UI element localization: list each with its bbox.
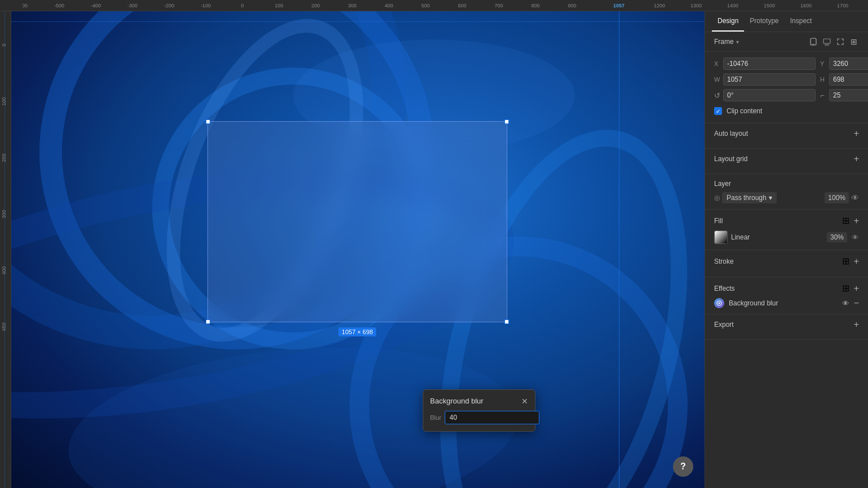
clip-content-label: Clip content bbox=[727, 107, 762, 115]
x-input[interactable] bbox=[723, 57, 816, 70]
stroke-icons: ⊞ + bbox=[842, 256, 859, 267]
ruler-tick: 1200 bbox=[654, 3, 665, 8]
frame-icon-desktop[interactable] bbox=[822, 37, 832, 47]
fill-visibility-toggle[interactable]: 👁 bbox=[852, 233, 859, 242]
w-input[interactable] bbox=[723, 73, 816, 86]
ruler-tick: 1300 bbox=[690, 3, 702, 8]
fill-grid-icon[interactable]: ⊞ bbox=[842, 215, 849, 226]
ruler-tick: -300 bbox=[127, 3, 138, 8]
clip-content-checkbox[interactable] bbox=[714, 107, 722, 115]
fill-add[interactable]: + bbox=[854, 216, 859, 225]
ruler-tick: -400 bbox=[91, 3, 101, 8]
canvas-area[interactable]: 1057 × 698 Background blur ✕ Blur ? bbox=[11, 11, 705, 488]
dimension-label: 1057 × 698 bbox=[338, 327, 376, 336]
handle-bottom-right[interactable] bbox=[504, 320, 509, 324]
bg-blur-header: Background blur ✕ bbox=[430, 397, 528, 405]
rotation-input[interactable] bbox=[723, 89, 816, 101]
selected-frame[interactable]: 1057 × 698 bbox=[207, 121, 507, 322]
tab-inspect[interactable]: Inspect bbox=[785, 11, 818, 32]
effect-controls: 👁 − bbox=[842, 299, 859, 308]
help-button[interactable]: ? bbox=[673, 456, 693, 477]
top-ruler: -600 -500 -400 -300 -200 -100 0 100 200 … bbox=[0, 0, 868, 11]
layout-grid-title: Layout grid bbox=[714, 155, 747, 163]
bg-blur-title: Background blur bbox=[430, 397, 484, 405]
ruler-tick: 600 bbox=[458, 3, 466, 8]
frame-icons: ⊞ bbox=[808, 37, 859, 47]
layer-visibility-toggle[interactable]: 👁 bbox=[851, 193, 859, 202]
y-field: Y bbox=[820, 57, 868, 70]
effects-title: Effects bbox=[714, 285, 734, 292]
h-field: H ⛓ bbox=[820, 73, 868, 86]
ruler-tick: 800 bbox=[531, 3, 539, 8]
ruler-tick: 1600 bbox=[800, 3, 812, 8]
ruler-tick: 1500 bbox=[764, 3, 775, 8]
auto-layout-section: Auto layout + bbox=[705, 123, 868, 149]
h-input[interactable] bbox=[829, 73, 868, 86]
radius-field: ⌐ ⊞ bbox=[820, 89, 868, 101]
layer-header: Layer bbox=[714, 180, 859, 188]
ruler-tick: 200 bbox=[311, 3, 320, 8]
blur-input[interactable] bbox=[445, 411, 539, 424]
radius-input[interactable] bbox=[829, 89, 868, 101]
panel-tabs: Design Prototype Inspect bbox=[705, 11, 868, 32]
stroke-title: Stroke bbox=[714, 258, 734, 265]
ruler-tick: -500 bbox=[54, 3, 64, 8]
export-header: Export + bbox=[714, 320, 859, 329]
stroke-grid-icon[interactable]: ⊞ bbox=[842, 256, 849, 267]
fill-section: Fill ⊞ + Linear 30% 👁 bbox=[705, 210, 868, 250]
bg-blur-field: Blur bbox=[430, 411, 528, 424]
export-add[interactable]: + bbox=[854, 320, 859, 329]
tab-prototype[interactable]: Prototype bbox=[744, 11, 784, 32]
frame-icon-phone[interactable] bbox=[808, 37, 818, 47]
fill-swatch-container: Linear bbox=[714, 230, 822, 244]
layer-mode-icon: ◎ bbox=[714, 194, 720, 202]
effects-add[interactable]: + bbox=[854, 284, 859, 293]
handle-bottom-left[interactable] bbox=[206, 320, 210, 324]
frame-label[interactable]: Frame ▾ bbox=[714, 38, 739, 46]
auto-layout-add[interactable]: + bbox=[854, 129, 859, 138]
bg-blur-close-button[interactable]: ✕ bbox=[521, 397, 528, 405]
ruler-tick: 900 bbox=[568, 3, 576, 8]
y-input[interactable] bbox=[829, 57, 868, 70]
export-section: Export + bbox=[705, 314, 868, 340]
tab-design[interactable]: Design bbox=[712, 11, 744, 32]
handle-top-right[interactable] bbox=[504, 119, 509, 124]
frame-icon-resize[interactable] bbox=[835, 37, 845, 47]
clip-content-row: Clip content bbox=[714, 105, 859, 117]
h-label: H bbox=[820, 76, 827, 83]
fill-header: Fill ⊞ + bbox=[714, 215, 859, 226]
effect-name-label[interactable]: Background blur bbox=[729, 299, 838, 307]
effect-type-icon[interactable] bbox=[714, 298, 724, 308]
w-field: W bbox=[714, 73, 816, 86]
layout-grid-header: Layout grid + bbox=[714, 154, 859, 163]
handle-top-left[interactable] bbox=[206, 119, 210, 124]
layer-mode-chevron: ▾ bbox=[769, 194, 772, 202]
frame-section-header: Frame ▾ bbox=[705, 32, 868, 52]
layer-mode-dropdown[interactable]: Pass through ▾ bbox=[722, 192, 777, 203]
layer-opacity-value[interactable]: 100% bbox=[825, 192, 849, 203]
auto-layout-header: Auto layout + bbox=[714, 129, 859, 138]
y-label: Y bbox=[820, 60, 827, 67]
effects-icons: ⊞ + bbox=[842, 283, 859, 294]
fill-type-swatch[interactable] bbox=[714, 230, 728, 244]
frame-icon-extra[interactable]: ⊞ bbox=[849, 37, 859, 47]
xy-row: X Y bbox=[714, 57, 859, 70]
left-ruler: 0 100 200 300 400 450 bbox=[0, 11, 11, 488]
fill-type-label: Linear bbox=[731, 233, 750, 241]
fill-opacity-value[interactable]: 30% bbox=[827, 232, 847, 242]
right-panel: Design Prototype Inspect Frame ▾ bbox=[705, 11, 868, 488]
stroke-header: Stroke ⊞ + bbox=[714, 256, 859, 267]
ruler-tick-active: 1057 bbox=[613, 3, 625, 8]
effect-visibility-toggle[interactable]: 👁 bbox=[842, 299, 849, 308]
stroke-add[interactable]: + bbox=[854, 257, 859, 266]
layer-section: Layer ◎ Pass through ▾ 100% 👁 bbox=[705, 174, 868, 210]
stroke-section: Stroke ⊞ + bbox=[705, 250, 868, 277]
effect-remove-button[interactable]: − bbox=[854, 299, 859, 308]
layout-grid-add[interactable]: + bbox=[854, 154, 859, 163]
fill-title: Fill bbox=[714, 217, 723, 225]
layer-row: ◎ Pass through ▾ 100% 👁 bbox=[714, 192, 859, 203]
layer-title: Layer bbox=[714, 180, 731, 188]
effects-grid-icon[interactable]: ⊞ bbox=[842, 283, 849, 294]
layout-grid-section: Layout grid + bbox=[705, 149, 868, 174]
blur-label: Blur bbox=[430, 414, 441, 421]
